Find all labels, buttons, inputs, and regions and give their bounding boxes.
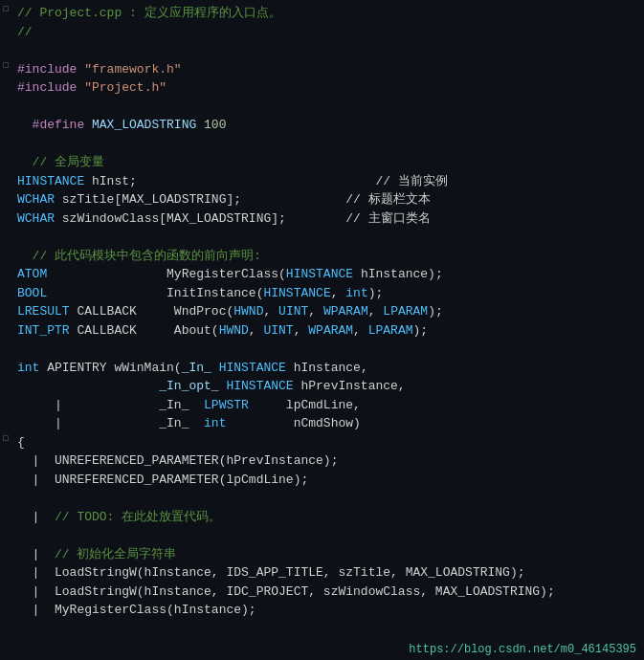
code-content: { — [11, 433, 644, 452]
code-content — [11, 620, 644, 639]
table-row: □#include "framework.h" — [0, 60, 644, 79]
table-row — [0, 135, 644, 154]
code-content: ATOM MyRegisterClass(HINSTANCE hInstance… — [11, 265, 644, 284]
table-row: BOOL InitInstance(HINSTANCE, int); — [0, 284, 644, 303]
code-content: | UNREFERENCED_PARAMETER(lpCmdLine); — [11, 471, 644, 490]
table-row: int APIENTRY wWinMain(_In_ HINSTANCE hIn… — [0, 359, 644, 378]
table-row: | _In_ LPWSTR lpCmdLine, — [0, 396, 644, 415]
code-content — [11, 228, 644, 247]
table-row: // — [0, 23, 644, 42]
table-row: | LoadStringW(hInstance, IDS_APP_TITLE, … — [0, 563, 644, 583]
code-content: | // TODO: 在此处放置代码。 — [11, 508, 644, 527]
fold-icon[interactable]: □ — [0, 4, 11, 17]
code-content — [11, 340, 644, 359]
table-row: □// Project.cpp : 定义应用程序的入口点。 — [0, 4, 644, 23]
fold-icon[interactable]: □ — [0, 433, 11, 447]
table-row: LRESULT CALLBACK WndProc(HWND, UINT, WPA… — [0, 302, 644, 321]
code-lines: □// Project.cpp : 定义应用程序的入口点。// □#includ… — [0, 0, 644, 660]
code-content: _In_opt_ HINSTANCE hPrevInstance, — [11, 377, 644, 396]
table-row: | // TODO: 在此处放置代码。 — [0, 508, 644, 527]
code-content: int APIENTRY wWinMain(_In_ HINSTANCE hIn… — [11, 359, 644, 378]
code-content — [11, 98, 644, 117]
table-row: // 全局变量 — [0, 153, 644, 172]
url-text: https://blog.csdn.net/m0_46145395 — [409, 643, 636, 656]
table-row — [0, 228, 644, 247]
code-content: #include "framework.h" — [11, 60, 644, 79]
code-content — [11, 41, 644, 60]
code-content: | LoadStringW(hInstance, IDC_PROJECT, sz… — [11, 583, 644, 602]
code-content: BOOL InitInstance(HINSTANCE, int); — [11, 284, 644, 303]
code-content: | UNREFERENCED_PARAMETER(hPrevInstance); — [11, 451, 644, 471]
table-row: #include "Project.h" — [0, 78, 644, 98]
code-content: #include "Project.h" — [11, 78, 644, 98]
code-content: | _In_ LPWSTR lpCmdLine, — [11, 396, 644, 415]
table-row: #define MAX_LOADSTRING 100 — [0, 116, 644, 135]
code-content: | MyRegisterClass(hInstance); — [11, 601, 644, 620]
code-content — [11, 135, 644, 154]
table-row — [0, 620, 644, 639]
table-row: _In_opt_ HINSTANCE hPrevInstance, — [0, 377, 644, 396]
table-row — [0, 489, 644, 508]
code-content: WCHAR szWindowClass[MAX_LOADSTRING]; // … — [11, 209, 644, 229]
table-row: HINSTANCE hInst; // 当前实例 — [0, 172, 644, 191]
table-row — [0, 41, 644, 60]
table-row: | MyRegisterClass(hInstance); — [0, 601, 644, 620]
table-row: | // 初始化全局字符串 — [0, 545, 644, 564]
code-editor: □// Project.cpp : 定义应用程序的入口点。// □#includ… — [0, 0, 644, 660]
code-content: LRESULT CALLBACK WndProc(HWND, UINT, WPA… — [11, 302, 644, 321]
code-content — [11, 489, 644, 508]
table-row: ATOM MyRegisterClass(HINSTANCE hInstance… — [0, 265, 644, 284]
code-content: HINSTANCE hInst; // 当前实例 — [11, 172, 644, 191]
table-row — [0, 526, 644, 545]
code-content: | _In_ int nCmdShow) — [11, 414, 644, 433]
code-content: INT_PTR CALLBACK About(HWND, UINT, WPARA… — [11, 321, 644, 341]
table-row — [0, 98, 644, 117]
code-content: // Project.cpp : 定义应用程序的入口点。 — [11, 4, 644, 23]
table-row: INT_PTR CALLBACK About(HWND, UINT, WPARA… — [0, 321, 644, 341]
table-row: // 此代码模块中包含的函数的前向声明: — [0, 247, 644, 266]
table-row: | UNREFERENCED_PARAMETER(lpCmdLine); — [0, 471, 644, 490]
table-row: | UNREFERENCED_PARAMETER(hPrevInstance); — [0, 451, 644, 471]
code-content: WCHAR szTitle[MAX_LOADSTRING]; // 标题栏文本 — [11, 190, 644, 209]
code-content: // — [11, 23, 644, 42]
table-row: WCHAR szTitle[MAX_LOADSTRING]; // 标题栏文本 — [0, 190, 644, 209]
code-content: | // 初始化全局字符串 — [11, 545, 644, 564]
table-row: □{ — [0, 433, 644, 452]
code-content: // 全局变量 — [11, 153, 644, 172]
code-content: #define MAX_LOADSTRING 100 — [11, 116, 644, 135]
table-row — [0, 340, 644, 359]
code-content — [11, 526, 644, 545]
table-row: WCHAR szWindowClass[MAX_LOADSTRING]; // … — [0, 209, 644, 229]
bottom-bar: https://blog.csdn.net/m0_46145395 — [0, 639, 644, 660]
fold-icon[interactable]: □ — [0, 60, 11, 74]
code-content: // 此代码模块中包含的函数的前向声明: — [11, 247, 644, 266]
code-content: | LoadStringW(hInstance, IDS_APP_TITLE, … — [11, 563, 644, 583]
table-row: | LoadStringW(hInstance, IDC_PROJECT, sz… — [0, 583, 644, 602]
table-row: | _In_ int nCmdShow) — [0, 414, 644, 433]
